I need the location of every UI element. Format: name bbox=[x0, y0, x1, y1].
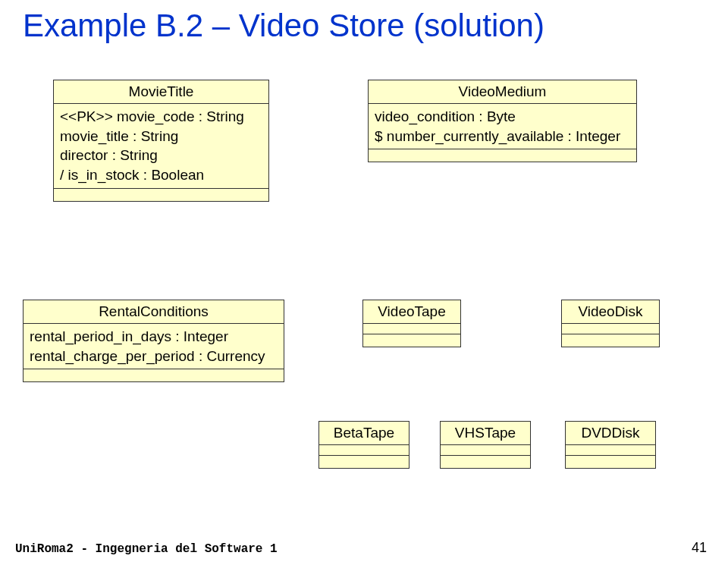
attr: video_condition : Byte bbox=[375, 107, 630, 127]
class-attributes: video_condition : Byte $ number_currentl… bbox=[369, 104, 636, 149]
footer-text: UniRoma2 - Ingegneria del Software 1 bbox=[15, 542, 278, 556]
class-videotape: VideoTape bbox=[362, 300, 461, 347]
class-operations bbox=[562, 334, 659, 347]
class-attributes bbox=[566, 445, 655, 456]
class-operations bbox=[54, 189, 268, 201]
class-operations bbox=[319, 456, 409, 468]
class-rentalconditions: RentalConditions rental_period_in_days :… bbox=[23, 300, 284, 382]
class-operations bbox=[566, 456, 655, 468]
page-number: 41 bbox=[692, 540, 707, 556]
class-attributes bbox=[562, 324, 659, 334]
class-attributes bbox=[363, 324, 460, 334]
attr: rental_charge_per_period : Currency bbox=[30, 347, 278, 366]
attr: movie_title : String bbox=[60, 127, 262, 146]
class-attributes: rental_period_in_days : Integer rental_c… bbox=[24, 324, 284, 369]
class-vhstape: VHSTape bbox=[440, 421, 531, 469]
class-name: VHSTape bbox=[441, 422, 530, 445]
class-betatape: BetaTape bbox=[318, 421, 410, 469]
class-name: BetaTape bbox=[319, 422, 409, 445]
class-operations bbox=[369, 149, 636, 162]
class-attributes bbox=[319, 445, 409, 456]
class-operations bbox=[441, 456, 530, 468]
page-title: Example B.2 – Video Store (solution) bbox=[23, 8, 544, 44]
class-name: VideoDisk bbox=[562, 300, 659, 324]
class-videodisk: VideoDisk bbox=[561, 300, 660, 347]
class-operations bbox=[363, 334, 460, 347]
class-attributes: <<PK>> movie_code : String movie_title :… bbox=[54, 104, 268, 189]
class-name: DVDDisk bbox=[566, 422, 655, 445]
attr: $ number_currently_available : Integer bbox=[375, 127, 630, 146]
class-name: VideoMedium bbox=[369, 80, 636, 104]
class-name: MovieTitle bbox=[54, 80, 268, 104]
attr: rental_period_in_days : Integer bbox=[30, 327, 278, 347]
class-name: VideoTape bbox=[363, 300, 460, 324]
class-operations bbox=[24, 369, 284, 381]
class-attributes bbox=[441, 445, 530, 456]
class-videomedium: VideoMedium video_condition : Byte $ num… bbox=[368, 80, 637, 162]
attr: <<PK>> movie_code : String bbox=[60, 107, 262, 127]
class-name: RentalConditions bbox=[24, 300, 284, 324]
attr: / is_in_stock : Boolean bbox=[60, 165, 262, 185]
attr: director : String bbox=[60, 146, 262, 165]
class-dvddisk: DVDDisk bbox=[565, 421, 656, 469]
class-movietitle: MovieTitle <<PK>> movie_code : String mo… bbox=[53, 80, 269, 202]
